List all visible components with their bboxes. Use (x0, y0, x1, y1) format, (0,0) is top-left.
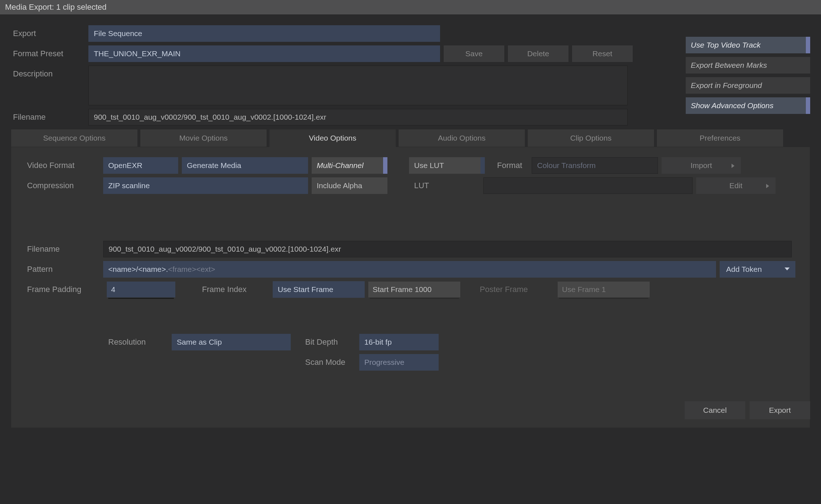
pattern-field[interactable]: <name>/<name>.<frame><ext> (103, 261, 716, 278)
reset-button[interactable]: Reset (572, 45, 633, 62)
export-type-dropdown[interactable]: File Sequence (88, 25, 440, 42)
use-frame-input[interactable]: Use Frame 1 (558, 282, 650, 297)
use-start-frame-toggle[interactable]: Use Start Frame (273, 281, 365, 298)
slider-track (370, 298, 459, 299)
lut-path-field[interactable] (483, 177, 693, 194)
lut-label: LUT (409, 181, 485, 190)
toggle-show-advanced-options[interactable]: Show Advanced Options (686, 97, 810, 114)
dialog-footer: Cancel Export (685, 401, 810, 419)
chevron-right-icon (766, 184, 770, 188)
import-label: Import (690, 161, 712, 170)
cancel-button[interactable]: Cancel (685, 401, 745, 419)
toggle-export-in-foreground[interactable]: Export in Foreground (686, 77, 810, 94)
frame-padding-value: 4 (111, 285, 115, 294)
export-button[interactable]: Export (750, 401, 810, 419)
slider-track (559, 298, 648, 299)
svg-marker-0 (732, 164, 734, 168)
tab-preferences[interactable]: Preferences (657, 129, 783, 147)
chevron-down-icon (785, 268, 790, 270)
bit-depth-dropdown[interactable]: 16-bit fp (359, 334, 439, 350)
edit-lut-button[interactable]: Edit (696, 177, 776, 194)
pattern-tokens: <name>/<name>. (108, 265, 168, 274)
toggle-label: Use Top Video Track (691, 41, 760, 49)
toggle-active-indicator (383, 157, 387, 174)
svg-marker-1 (766, 184, 769, 188)
tab-video-options[interactable]: Video Options (269, 129, 396, 147)
video-format-label: Video Format (26, 161, 103, 170)
tab-sequence-options[interactable]: Sequence Options (11, 129, 138, 147)
use-frame-value: Use Frame 1 (562, 285, 606, 294)
scan-mode-label: Scan Mode (294, 358, 359, 367)
colour-transform-field[interactable]: Colour Transform (532, 157, 658, 174)
resolution-dropdown[interactable]: Same as Clip (172, 334, 291, 350)
frame-padding-input[interactable]: 4 (107, 282, 175, 297)
start-frame-value: Start Frame 1000 (373, 285, 431, 294)
save-button[interactable]: Save (444, 45, 504, 62)
toggle-label: Export in Foreground (691, 81, 762, 90)
panel-filename-field[interactable]: 900_tst_0010_aug_v0002/900_tst_0010_aug_… (103, 241, 792, 257)
video-format-dropdown[interactable]: OpenEXR (103, 157, 178, 174)
add-token-dropdown[interactable]: Add Token (720, 261, 795, 278)
use-lut-label: Use LUT (414, 161, 444, 170)
description-label: Description (11, 66, 88, 82)
edit-label: Edit (729, 181, 742, 190)
toggle-label: Show Advanced Options (691, 101, 773, 110)
filename-label: Filename (11, 109, 88, 125)
frame-padding-label: Frame Padding (26, 285, 107, 294)
start-frame-input[interactable]: Start Frame 1000 (368, 282, 460, 297)
tab-clip-options[interactable]: Clip Options (527, 129, 654, 147)
compression-label: Compression (26, 181, 103, 190)
slider-track (108, 298, 174, 299)
delete-button[interactable]: Delete (508, 45, 568, 62)
media-export-window: Media Export: 1 clip selected Use Top Vi… (0, 0, 821, 504)
export-label: Export (11, 25, 88, 42)
description-textarea[interactable] (88, 66, 628, 105)
options-tabs: Sequence Options Movie Options Video Opt… (11, 129, 810, 147)
tab-audio-options[interactable]: Audio Options (398, 129, 525, 147)
compression-dropdown[interactable]: ZIP scanline (103, 177, 308, 194)
include-alpha-toggle[interactable]: Include Alpha (312, 177, 387, 194)
panel-filename-label: Filename (26, 244, 103, 254)
bit-depth-label: Bit Depth (294, 337, 359, 347)
toggle-export-between-marks[interactable]: Export Between Marks (686, 57, 810, 74)
format-preset-label: Format Preset (11, 45, 88, 62)
generate-media-toggle[interactable]: Generate Media (182, 157, 308, 174)
toggle-label: Export Between Marks (691, 61, 767, 70)
toggle-active-indicator (806, 37, 810, 53)
poster-frame-label: Poster Frame (478, 285, 558, 294)
window-titlebar: Media Export: 1 clip selected (0, 0, 821, 14)
toggle-inactive-indicator (480, 157, 485, 174)
video-options-panel: Video Format OpenEXR Generate Media Mult… (11, 147, 810, 428)
toggle-active-indicator (806, 97, 810, 114)
multi-channel-toggle[interactable]: Multi-Channel (312, 157, 387, 174)
import-lut-button[interactable]: Import (662, 157, 741, 174)
use-lut-toggle[interactable]: Use LUT (409, 157, 485, 174)
frame-index-label: Frame Index (201, 285, 273, 294)
tab-movie-options[interactable]: Movie Options (140, 129, 267, 147)
filename-field[interactable]: 900_tst_0010_aug_v0002/900_tst_0010_aug_… (88, 109, 628, 125)
lut-format-label: Format (488, 161, 532, 170)
format-preset-dropdown[interactable]: THE_UNION_EXR_MAIN (88, 45, 440, 62)
toggle-use-top-video-track[interactable]: Use Top Video Track (686, 37, 810, 53)
resolution-label: Resolution (107, 337, 172, 347)
multi-channel-label: Multi-Channel (317, 161, 364, 170)
add-token-label: Add Token (726, 265, 762, 274)
pattern-label: Pattern (26, 265, 103, 274)
pattern-tokens-faded: <frame><ext> (168, 265, 215, 274)
scan-mode-dropdown[interactable]: Progressive (359, 354, 439, 371)
chevron-right-icon (732, 164, 735, 168)
